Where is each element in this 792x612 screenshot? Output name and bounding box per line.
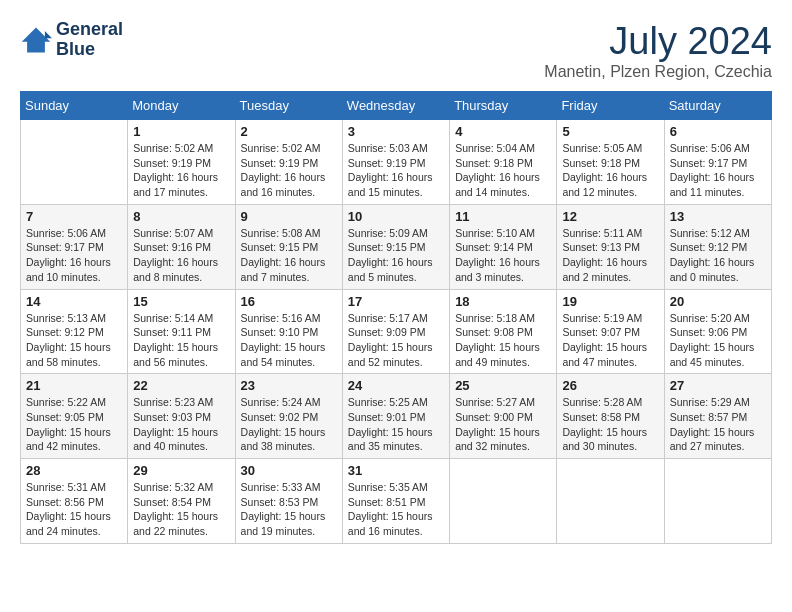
day-number: 26 — [562, 378, 658, 393]
calendar-cell — [557, 459, 664, 544]
day-number: 12 — [562, 209, 658, 224]
day-number: 1 — [133, 124, 229, 139]
calendar-cell: 6Sunrise: 5:06 AM Sunset: 9:17 PM Daylig… — [664, 120, 771, 205]
day-info: Sunrise: 5:04 AM Sunset: 9:18 PM Dayligh… — [455, 141, 551, 200]
day-info: Sunrise: 5:06 AM Sunset: 9:17 PM Dayligh… — [26, 226, 122, 285]
calendar-cell — [21, 120, 128, 205]
weekday-header-friday: Friday — [557, 92, 664, 120]
calendar-cell: 28Sunrise: 5:31 AM Sunset: 8:56 PM Dayli… — [21, 459, 128, 544]
calendar-cell: 14Sunrise: 5:13 AM Sunset: 9:12 PM Dayli… — [21, 289, 128, 374]
calendar-cell: 20Sunrise: 5:20 AM Sunset: 9:06 PM Dayli… — [664, 289, 771, 374]
day-info: Sunrise: 5:32 AM Sunset: 8:54 PM Dayligh… — [133, 480, 229, 539]
calendar-cell: 1Sunrise: 5:02 AM Sunset: 9:19 PM Daylig… — [128, 120, 235, 205]
day-info: Sunrise: 5:18 AM Sunset: 9:08 PM Dayligh… — [455, 311, 551, 370]
day-info: Sunrise: 5:13 AM Sunset: 9:12 PM Dayligh… — [26, 311, 122, 370]
day-number: 27 — [670, 378, 766, 393]
day-number: 18 — [455, 294, 551, 309]
day-info: Sunrise: 5:05 AM Sunset: 9:18 PM Dayligh… — [562, 141, 658, 200]
calendar-cell — [450, 459, 557, 544]
calendar-cell — [664, 459, 771, 544]
calendar-cell: 4Sunrise: 5:04 AM Sunset: 9:18 PM Daylig… — [450, 120, 557, 205]
day-info: Sunrise: 5:07 AM Sunset: 9:16 PM Dayligh… — [133, 226, 229, 285]
calendar-week-row: 28Sunrise: 5:31 AM Sunset: 8:56 PM Dayli… — [21, 459, 772, 544]
calendar-cell: 31Sunrise: 5:35 AM Sunset: 8:51 PM Dayli… — [342, 459, 449, 544]
day-number: 9 — [241, 209, 337, 224]
day-number: 19 — [562, 294, 658, 309]
day-info: Sunrise: 5:29 AM Sunset: 8:57 PM Dayligh… — [670, 395, 766, 454]
calendar-cell: 23Sunrise: 5:24 AM Sunset: 9:02 PM Dayli… — [235, 374, 342, 459]
calendar-header-row: SundayMondayTuesdayWednesdayThursdayFrid… — [21, 92, 772, 120]
day-info: Sunrise: 5:16 AM Sunset: 9:10 PM Dayligh… — [241, 311, 337, 370]
calendar-table: SundayMondayTuesdayWednesdayThursdayFrid… — [20, 91, 772, 544]
day-number: 17 — [348, 294, 444, 309]
weekday-header-saturday: Saturday — [664, 92, 771, 120]
calendar-body: 1Sunrise: 5:02 AM Sunset: 9:19 PM Daylig… — [21, 120, 772, 544]
day-number: 21 — [26, 378, 122, 393]
calendar-cell: 30Sunrise: 5:33 AM Sunset: 8:53 PM Dayli… — [235, 459, 342, 544]
calendar-cell: 16Sunrise: 5:16 AM Sunset: 9:10 PM Dayli… — [235, 289, 342, 374]
day-info: Sunrise: 5:02 AM Sunset: 9:19 PM Dayligh… — [241, 141, 337, 200]
calendar-cell: 13Sunrise: 5:12 AM Sunset: 9:12 PM Dayli… — [664, 204, 771, 289]
day-number: 6 — [670, 124, 766, 139]
svg-marker-0 — [22, 27, 50, 52]
day-info: Sunrise: 5:08 AM Sunset: 9:15 PM Dayligh… — [241, 226, 337, 285]
day-number: 16 — [241, 294, 337, 309]
day-number: 13 — [670, 209, 766, 224]
calendar-week-row: 21Sunrise: 5:22 AM Sunset: 9:05 PM Dayli… — [21, 374, 772, 459]
calendar-cell: 19Sunrise: 5:19 AM Sunset: 9:07 PM Dayli… — [557, 289, 664, 374]
calendar-cell: 2Sunrise: 5:02 AM Sunset: 9:19 PM Daylig… — [235, 120, 342, 205]
day-info: Sunrise: 5:33 AM Sunset: 8:53 PM Dayligh… — [241, 480, 337, 539]
day-info: Sunrise: 5:22 AM Sunset: 9:05 PM Dayligh… — [26, 395, 122, 454]
day-number: 2 — [241, 124, 337, 139]
calendar-cell: 7Sunrise: 5:06 AM Sunset: 9:17 PM Daylig… — [21, 204, 128, 289]
day-number: 28 — [26, 463, 122, 478]
calendar-cell: 22Sunrise: 5:23 AM Sunset: 9:03 PM Dayli… — [128, 374, 235, 459]
day-number: 11 — [455, 209, 551, 224]
calendar-cell: 10Sunrise: 5:09 AM Sunset: 9:15 PM Dayli… — [342, 204, 449, 289]
day-info: Sunrise: 5:25 AM Sunset: 9:01 PM Dayligh… — [348, 395, 444, 454]
weekday-header-thursday: Thursday — [450, 92, 557, 120]
day-info: Sunrise: 5:10 AM Sunset: 9:14 PM Dayligh… — [455, 226, 551, 285]
weekday-header-wednesday: Wednesday — [342, 92, 449, 120]
day-number: 7 — [26, 209, 122, 224]
day-info: Sunrise: 5:17 AM Sunset: 9:09 PM Dayligh… — [348, 311, 444, 370]
day-number: 24 — [348, 378, 444, 393]
day-number: 23 — [241, 378, 337, 393]
day-info: Sunrise: 5:02 AM Sunset: 9:19 PM Dayligh… — [133, 141, 229, 200]
month-title: July 2024 — [544, 20, 772, 63]
calendar-cell: 18Sunrise: 5:18 AM Sunset: 9:08 PM Dayli… — [450, 289, 557, 374]
calendar-cell: 15Sunrise: 5:14 AM Sunset: 9:11 PM Dayli… — [128, 289, 235, 374]
day-info: Sunrise: 5:23 AM Sunset: 9:03 PM Dayligh… — [133, 395, 229, 454]
day-info: Sunrise: 5:19 AM Sunset: 9:07 PM Dayligh… — [562, 311, 658, 370]
calendar-cell: 29Sunrise: 5:32 AM Sunset: 8:54 PM Dayli… — [128, 459, 235, 544]
calendar-cell: 24Sunrise: 5:25 AM Sunset: 9:01 PM Dayli… — [342, 374, 449, 459]
day-number: 3 — [348, 124, 444, 139]
day-number: 5 — [562, 124, 658, 139]
day-info: Sunrise: 5:11 AM Sunset: 9:13 PM Dayligh… — [562, 226, 658, 285]
day-info: Sunrise: 5:31 AM Sunset: 8:56 PM Dayligh… — [26, 480, 122, 539]
logo-icon — [20, 24, 52, 56]
calendar-week-row: 14Sunrise: 5:13 AM Sunset: 9:12 PM Dayli… — [21, 289, 772, 374]
day-info: Sunrise: 5:12 AM Sunset: 9:12 PM Dayligh… — [670, 226, 766, 285]
weekday-header-sunday: Sunday — [21, 92, 128, 120]
day-number: 20 — [670, 294, 766, 309]
title-section: July 2024 Manetin, Plzen Region, Czechia — [544, 20, 772, 81]
calendar-cell: 3Sunrise: 5:03 AM Sunset: 9:19 PM Daylig… — [342, 120, 449, 205]
day-number: 22 — [133, 378, 229, 393]
calendar-cell: 9Sunrise: 5:08 AM Sunset: 9:15 PM Daylig… — [235, 204, 342, 289]
day-info: Sunrise: 5:28 AM Sunset: 8:58 PM Dayligh… — [562, 395, 658, 454]
calendar-cell: 11Sunrise: 5:10 AM Sunset: 9:14 PM Dayli… — [450, 204, 557, 289]
calendar-week-row: 1Sunrise: 5:02 AM Sunset: 9:19 PM Daylig… — [21, 120, 772, 205]
calendar-cell: 5Sunrise: 5:05 AM Sunset: 9:18 PM Daylig… — [557, 120, 664, 205]
day-info: Sunrise: 5:20 AM Sunset: 9:06 PM Dayligh… — [670, 311, 766, 370]
day-number: 30 — [241, 463, 337, 478]
page-header: General Blue July 2024 Manetin, Plzen Re… — [20, 20, 772, 81]
day-number: 10 — [348, 209, 444, 224]
calendar-cell: 26Sunrise: 5:28 AM Sunset: 8:58 PM Dayli… — [557, 374, 664, 459]
day-info: Sunrise: 5:09 AM Sunset: 9:15 PM Dayligh… — [348, 226, 444, 285]
day-number: 8 — [133, 209, 229, 224]
day-number: 14 — [26, 294, 122, 309]
logo: General Blue — [20, 20, 123, 60]
day-info: Sunrise: 5:24 AM Sunset: 9:02 PM Dayligh… — [241, 395, 337, 454]
calendar-cell: 8Sunrise: 5:07 AM Sunset: 9:16 PM Daylig… — [128, 204, 235, 289]
